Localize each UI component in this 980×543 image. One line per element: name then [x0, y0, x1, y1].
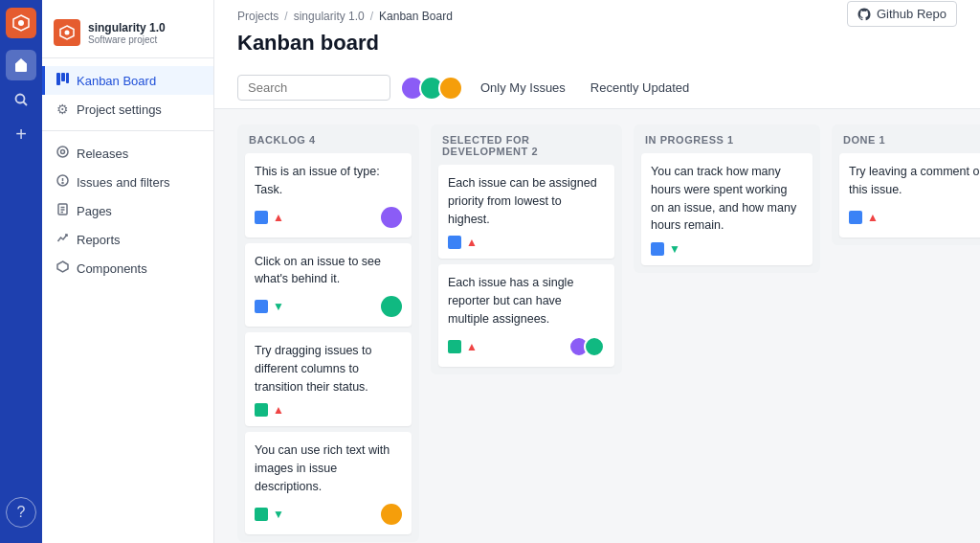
- kanban-icon: [56, 73, 69, 88]
- priority-icon: ▲: [466, 236, 478, 249]
- svg-rect-6: [56, 73, 60, 85]
- tag-icon: [255, 211, 268, 224]
- svg-line-3: [24, 102, 28, 106]
- column-header-done: DONE 1: [832, 124, 980, 153]
- svg-marker-18: [57, 261, 68, 272]
- card-text: You can use rich text with images in iss…: [255, 441, 402, 495]
- settings-icon: ⚙: [56, 102, 69, 117]
- sidebar-item-settings[interactable]: ⚙ Project settings: [42, 95, 213, 124]
- column-header-selected: SELECTED FOR DEVELOPMENT 2: [431, 124, 622, 165]
- sidebar-item-components[interactable]: Components: [42, 254, 213, 283]
- github-icon: [858, 8, 871, 21]
- card-backlog-4[interactable]: You can use rich text with images in iss…: [245, 432, 412, 533]
- sidebar-item-releases[interactable]: Releases: [42, 139, 213, 168]
- breadcrumb-sep-1: /: [284, 10, 287, 23]
- card-assignee: [381, 504, 402, 525]
- icon-bar: + ?: [0, 0, 42, 543]
- search-icon[interactable]: [6, 84, 36, 115]
- card-assignees: [568, 336, 605, 357]
- card-selected-1[interactable]: Each issue can be assigned priority from…: [438, 165, 614, 259]
- sidebar-item-label-releases: Releases: [77, 147, 128, 161]
- card-text: Each issue has a single reporter but can…: [448, 274, 605, 328]
- sidebar-item-reports[interactable]: Reports: [42, 225, 213, 254]
- card-inprogress-1[interactable]: You can track how many hours were spent …: [641, 153, 813, 265]
- card-text: Click on an issue to see what's behind i…: [255, 253, 402, 289]
- svg-point-9: [57, 147, 68, 157]
- svg-point-13: [62, 183, 63, 184]
- card-footer: ▲: [448, 236, 605, 249]
- card-footer: ▼: [651, 242, 803, 256]
- help-icon[interactable]: ?: [6, 497, 36, 528]
- card-text: Try dragging issues to different columns…: [255, 342, 402, 396]
- card-assignee: [381, 296, 402, 317]
- column-cards-inprogress: You can track how many hours were spent …: [634, 153, 820, 273]
- column-cards-done: Try leaving a comment on this issue. ▲: [832, 153, 980, 245]
- column-header-backlog: BACKLOG 4: [237, 124, 419, 153]
- svg-rect-7: [61, 73, 65, 81]
- tag-icon: [651, 242, 664, 256]
- recently-updated-button[interactable]: Recently Updated: [583, 76, 697, 100]
- priority-icon: ▼: [273, 508, 284, 521]
- column-inprogress: IN PROGRESS 1 You can track how many hou…: [634, 124, 820, 273]
- card-footer: ▲: [448, 336, 605, 357]
- add-icon[interactable]: +: [6, 119, 36, 149]
- only-my-issues-button[interactable]: Only My Issues: [473, 76, 573, 100]
- page-title: Kanban board: [237, 31, 957, 67]
- column-backlog: BACKLOG 4 This is an issue of type: Task…: [237, 124, 419, 542]
- header: Projects / singularity 1.0 / Kanban Boar…: [214, 0, 980, 109]
- priority-icon: ▲: [273, 211, 284, 224]
- column-done: DONE 1 Try leaving a comment on this iss…: [832, 124, 980, 245]
- main-content: Projects / singularity 1.0 / Kanban Boar…: [214, 0, 980, 543]
- project-logo: [54, 19, 80, 46]
- tag-icon: [849, 211, 862, 224]
- breadcrumb-projects[interactable]: Projects: [237, 10, 278, 23]
- search-input[interactable]: [237, 75, 390, 101]
- card-footer: ▲: [849, 207, 980, 228]
- toolbar-left: Only My Issues Recently Updated: [237, 75, 697, 101]
- kanban-board: BACKLOG 4 This is an issue of type: Task…: [214, 109, 980, 543]
- avatar-group[interactable]: [400, 76, 463, 101]
- sidebar-project: singularity 1.0 Software project: [42, 11, 213, 58]
- app-logo[interactable]: [6, 8, 36, 38]
- components-icon: [56, 260, 69, 276]
- card-text: This is an issue of type: Task.: [255, 163, 402, 199]
- card-selected-2[interactable]: Each issue has a single reporter but can…: [438, 264, 614, 366]
- assignee-avatar: [381, 504, 402, 525]
- breadcrumb-current: Kanban Board: [379, 10, 453, 23]
- github-btn-label: Github Repo: [877, 7, 947, 21]
- tag-icon: [255, 403, 268, 417]
- card-footer: ▲: [255, 403, 402, 417]
- priority-icon: ▼: [669, 242, 680, 256]
- sidebar-item-label-pages: Pages: [77, 204, 112, 218]
- releases-icon: [56, 146, 69, 161]
- sidebar-item-issues[interactable]: Issues and filters: [42, 168, 213, 196]
- breadcrumb-project[interactable]: singularity 1.0: [294, 10, 365, 23]
- github-button[interactable]: Github Repo: [847, 1, 957, 27]
- issues-icon: [56, 174, 69, 190]
- sidebar-item-label-components: Components: [77, 261, 147, 276]
- reports-icon: [56, 232, 69, 247]
- card-footer: ▲: [255, 207, 402, 228]
- toolbar: Only My Issues Recently Updated: [237, 67, 957, 108]
- project-name: singularity 1.0: [88, 21, 202, 34]
- card-backlog-2[interactable]: Click on an issue to see what's behind i…: [245, 243, 412, 328]
- card-backlog-3[interactable]: Try dragging issues to different columns…: [245, 332, 412, 426]
- home-icon[interactable]: [6, 50, 36, 80]
- card-done-1[interactable]: Try leaving a comment on this issue. ▲: [839, 153, 980, 238]
- tag-icon: [448, 340, 461, 353]
- priority-icon: ▲: [273, 403, 284, 417]
- sidebar-item-kanban[interactable]: Kanban Board: [42, 66, 213, 95]
- svg-point-2: [16, 95, 25, 103]
- sidebar-item-pages[interactable]: Pages: [42, 196, 213, 225]
- card-text: You can track how many hours were spent …: [651, 163, 803, 235]
- sidebar-item-label-settings: Project settings: [77, 102, 162, 117]
- sidebar-item-label-issues: Issues and filters: [77, 175, 170, 190]
- sidebar-item-label-reports: Reports: [77, 233, 121, 247]
- card-backlog-1[interactable]: This is an issue of type: Task. ▲: [245, 153, 412, 238]
- card-text: Each issue can be assigned priority from…: [448, 174, 605, 228]
- breadcrumb: Projects / singularity 1.0 / Kanban Boar…: [237, 0, 453, 27]
- priority-icon: ▼: [273, 300, 284, 313]
- assignee-avatar: [381, 296, 402, 317]
- sidebar: singularity 1.0 Software project Kanban …: [42, 0, 214, 543]
- tag-icon: [255, 300, 268, 313]
